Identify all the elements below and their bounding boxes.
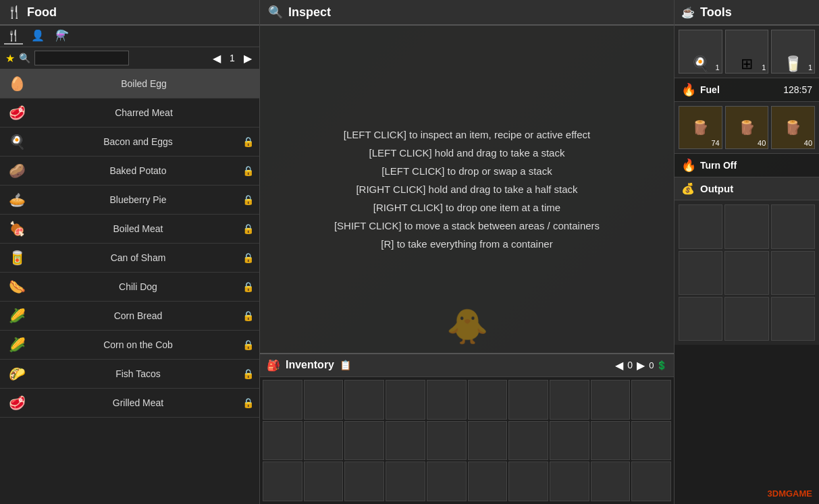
output-slot-8[interactable] [771,297,815,341]
inventory-prev[interactable]: ◀ [615,359,623,372]
page-next-button[interactable]: ▶ [242,52,254,65]
output-slot-5[interactable] [771,251,815,295]
lock-icon: 🔒 [242,252,254,263]
tab-fork-icon[interactable]: 🍴 [4,28,23,45]
food-item-fish-tacos[interactable]: 🌮 Fish Tacos 🔒 [0,360,259,389]
inv-cell-1-5[interactable] [468,421,508,461]
inv-cell-2-2[interactable] [344,461,384,501]
favorites-button[interactable]: ★ [5,52,15,65]
turn-off-button[interactable]: Turn Off [700,160,737,171]
inv-cell-1-6[interactable] [508,421,548,461]
tools-header-icon: ☕ [681,6,695,19]
food-title: Food [27,5,57,20]
output-slot-7[interactable] [724,297,768,341]
fuel-slot-1[interactable]: 🪵 40 [725,106,769,150]
inv-cell-0-7[interactable] [550,380,589,420]
fuel-slot-icon: 🪵 [692,119,709,136]
food-item-corn-on-cob[interactable]: 🌽 Corn on the Cob 🔒 [0,331,259,360]
output-slot-6[interactable] [679,297,722,341]
inspect-instruction-line: [LEFT CLICK] to inspect an item, recipe … [334,125,600,144]
inventory-header: 🎒 Inventory 📋 ◀ 0 ▶ 0 💲 [260,353,674,377]
food-item-name: Boiled Egg [34,78,254,89]
fire-icon: 🔥 [681,158,696,173]
inv-cell-1-3[interactable] [386,421,425,461]
food-item-chili-dog[interactable]: 🌭 Chili Dog 🔒 [0,273,259,302]
lock-icon: 🔒 [242,397,254,408]
lock-icon: 🔒 [242,194,254,205]
output-slot-1[interactable] [724,204,768,248]
inspect-instruction-line: [LEFT CLICK] to drop or swap a stack [334,162,600,180]
food-item-icon: 🌭 [5,275,28,298]
inv-cell-0-9[interactable] [631,380,671,420]
tool-slot-count: 1 [762,63,766,72]
page-prev-button[interactable]: ◀ [211,52,223,65]
food-item-icon: 🌮 [5,362,28,385]
inventory-section: 🎒 Inventory 📋 ◀ 0 ▶ 0 💲 [260,353,674,504]
tool-slot-icon: ⊞ [741,57,753,72]
food-item-baked-potato[interactable]: 🥔 Baked Potato 🔒 [0,157,259,186]
inv-cell-0-1[interactable] [304,380,344,420]
inventory-title: Inventory [286,359,334,371]
tool-slot-1[interactable]: ⊞ 1 [725,30,769,74]
inv-cell-0-6[interactable] [508,380,548,420]
food-item-can-of-sham[interactable]: 🥫 Can of Sham 🔒 [0,244,259,273]
inv-cell-1-0[interactable] [263,421,302,461]
food-item-boiled-meat[interactable]: 🍖 Boiled Meat 🔒 [0,215,259,244]
inv-cell-0-5[interactable] [468,380,508,420]
inv-cell-2-7[interactable] [550,461,589,501]
inv-cell-1-2[interactable] [344,421,384,461]
inv-cell-1-7[interactable] [550,421,589,461]
fuel-slot-count: 40 [758,139,766,147]
output-slot-3[interactable] [679,251,722,295]
food-item-boiled-egg[interactable]: 🥚 Boiled Egg [0,69,259,99]
tool-slot-0[interactable]: 🍳 1 [679,30,722,74]
inv-cell-0-8[interactable] [591,380,631,420]
inv-cell-1-9[interactable] [631,421,671,461]
inv-cell-1-8[interactable] [591,421,631,461]
tool-slot-2[interactable]: 🥛 1 [771,30,815,74]
output-slot-4[interactable] [724,251,768,295]
inv-cell-2-4[interactable] [427,461,467,501]
inv-cell-2-0[interactable] [263,461,302,501]
fuel-slot-0[interactable]: 🪵 74 [679,106,722,150]
inv-cell-0-3[interactable] [386,380,425,420]
inv-cell-1-4[interactable] [427,421,467,461]
food-item-bacon-eggs[interactable]: 🍳 Bacon and Eggs 🔒 [0,128,259,157]
search-input[interactable] [34,51,129,65]
page-controls: ◀ 1 ▶ [211,52,254,65]
food-item-corn-bread[interactable]: 🌽 Corn Bread 🔒 [0,302,259,331]
food-item-icon: 🌽 [5,333,28,356]
food-item-blueberry-pie[interactable]: 🥧 Blueberry Pie 🔒 [0,186,259,215]
inventory-currency: 0 💲 [649,360,667,370]
output-slot-2[interactable] [771,204,815,248]
inv-cell-0-0[interactable] [263,380,302,420]
fuel-bar: 🔥 Fuel 128:57 [675,78,819,102]
fuel-label: Fuel [700,84,720,95]
inv-cell-2-5[interactable] [468,461,508,501]
inspect-panel: 🔍 Inspect [LEFT CLICK] to inspect an ite… [260,0,674,504]
food-panel: 🍴 Food 🍴 👤 ⚗️ ★ 🔍 ◀ 1 ▶ 🥚 Boiled Egg 🥩 C… [0,0,260,504]
fuel-slot-2[interactable]: 🪵 40 [771,106,815,150]
food-item-icon: 🥔 [5,159,28,182]
fuel-slot-icon: 🪵 [785,119,801,136]
inv-cell-2-8[interactable] [591,461,631,501]
inv-cell-2-6[interactable] [508,461,548,501]
inventory-next[interactable]: ▶ [637,359,645,372]
food-item-charred-meat[interactable]: 🥩 Charred Meat [0,99,259,128]
inv-cell-2-1[interactable] [304,461,344,501]
inv-cell-1-1[interactable] [304,421,344,461]
tab-person-icon[interactable]: 👤 [28,28,47,45]
tab-flask-icon[interactable]: ⚗️ [53,28,72,45]
fuel-slot-icon: 🪵 [739,119,756,136]
food-item-grilled-meat[interactable]: 🥩 Grilled Meat 🔒 [0,389,259,418]
inspect-content: [LEFT CLICK] to inspect an item, recipe … [260,26,674,353]
inventory-controls: ◀ 0 ▶ 0 💲 [615,359,667,372]
inv-cell-2-9[interactable] [631,461,671,501]
inventory-page: 0 [627,360,633,370]
inv-cell-2-3[interactable] [386,461,425,501]
inspect-header: 🔍 Inspect [260,0,674,26]
inv-cell-0-2[interactable] [344,380,384,420]
food-item-icon: 🥫 [5,246,28,269]
inv-cell-0-4[interactable] [427,380,467,420]
output-slot-0[interactable] [679,204,722,248]
